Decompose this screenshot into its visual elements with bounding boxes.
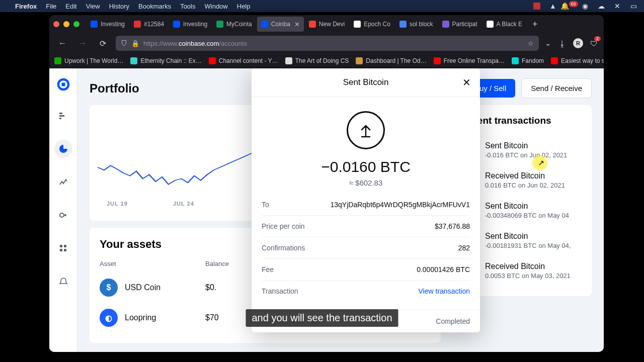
maximize-window[interactable]: [73, 21, 79, 27]
send-receive-button[interactable]: Send / Receive: [521, 78, 592, 98]
shield-icon: ⛉: [121, 40, 127, 47]
bookmark-item[interactable]: Ethernity Chain :: Ex…: [130, 57, 201, 64]
detail-row: To13qYjDaRqbt6p4WrDQR5gMBkjAcrMFUvV1: [262, 194, 470, 216]
page-title: Portfolio: [90, 81, 139, 96]
video-caption: and you will see the transaction: [246, 309, 398, 327]
detail-row: TransactionView transaction: [262, 281, 470, 302]
bookmark-item[interactable]: Easiest way to set u…: [551, 57, 604, 64]
lock-icon: 🔒: [131, 40, 139, 47]
svg-rect-9: [64, 245, 66, 247]
cc-icon[interactable]: ◉: [581, 2, 590, 10]
reload-button[interactable]: ⟳: [96, 39, 110, 48]
svg-point-7: [64, 214, 66, 216]
vlc-icon[interactable]: ▲: [548, 2, 557, 10]
cloud-icon[interactable]: ☁: [597, 2, 606, 10]
transaction-amount-usd: ≈ $602.83: [262, 178, 470, 187]
browser-window: Investing#12584InvestingMyCointaCoinba✕N…: [49, 15, 604, 352]
bookmark-item[interactable]: Dashboard | The Od…: [356, 57, 426, 64]
macos-menubar: Firefox File Edit View History Bookmarks…: [0, 0, 644, 12]
svg-rect-2: [61, 83, 65, 86]
sidebar-trade-icon[interactable]: [54, 173, 72, 191]
menu-window[interactable]: Window: [205, 3, 228, 10]
transaction-amount: −0.0160 BTC: [262, 158, 470, 175]
svg-rect-10: [60, 249, 62, 251]
svg-rect-4: [59, 115, 64, 117]
tab-strip: Investing#12584InvestingMyCointaCoinba✕N…: [49, 15, 604, 33]
asset-header: Balance: [205, 260, 229, 267]
svg-rect-3: [59, 113, 62, 114]
forward-button[interactable]: →: [75, 39, 90, 48]
detail-row: Confirmations282: [262, 237, 470, 259]
bookmark-item[interactable]: Channel content - Y…: [209, 57, 278, 64]
browser-tab[interactable]: New Devi: [305, 17, 349, 32]
asset-header: Asset: [100, 260, 205, 267]
browser-tab[interactable]: MyCointa: [212, 17, 256, 32]
notification-icon[interactable]: 🔔69: [565, 2, 574, 10]
sent-icon: [347, 111, 385, 149]
transaction-modal: Sent Bitcoin ✕ −0.0160 BTC ≈ $602.83 To1…: [252, 68, 480, 332]
browser-tab[interactable]: Participat: [438, 17, 481, 32]
svg-rect-11: [64, 249, 66, 251]
extension-icon[interactable]: 🛡: [590, 39, 598, 48]
browser-tab[interactable]: A Black E: [482, 17, 526, 32]
svg-rect-8: [60, 245, 62, 247]
minimize-window[interactable]: [63, 21, 69, 27]
menu-edit[interactable]: Edit: [65, 3, 76, 10]
bookmark-item[interactable]: Fandom: [512, 57, 544, 64]
tab-close-icon[interactable]: ✕: [294, 21, 300, 28]
window-controls: [53, 21, 79, 27]
bookmark-item[interactable]: Free Online Transpa…: [434, 57, 505, 64]
menu-view[interactable]: View: [86, 3, 100, 10]
address-bar: ← → ⟳ ⛉ 🔒 https://www.coinbase.com/accou…: [49, 33, 604, 53]
sidebar-more-icon[interactable]: [54, 239, 72, 257]
back-button[interactable]: ←: [55, 39, 69, 48]
bookmark-item[interactable]: The Art of Doing CS: [285, 57, 349, 64]
account-icon[interactable]: R: [573, 38, 583, 48]
menu-help[interactable]: Help: [237, 3, 251, 10]
download-icon[interactable]: ⭳: [558, 39, 566, 48]
battery-icon[interactable]: ▭: [629, 2, 638, 10]
detail-row: Price per coin$37,676.88: [262, 216, 470, 237]
tool-icon[interactable]: ✕: [613, 2, 622, 10]
coinbase-logo[interactable]: [56, 77, 70, 92]
browser-tab[interactable]: #12584: [130, 17, 168, 32]
new-tab-button[interactable]: +: [528, 19, 542, 30]
browser-tab[interactable]: sol block: [395, 17, 437, 32]
chart-xlabel: JUL 19: [107, 201, 128, 207]
transaction-status: Completed: [436, 317, 470, 325]
svg-rect-5: [59, 118, 61, 119]
app-name[interactable]: Firefox: [15, 3, 37, 10]
browser-tab[interactable]: Coinba✕: [257, 17, 304, 32]
browser-tab[interactable]: Investing: [87, 17, 129, 32]
bookmark-star-icon[interactable]: ☆: [528, 40, 534, 47]
detail-row: Fee0.00001426 BTC: [262, 259, 470, 281]
bookmark-item[interactable]: Upwork | The World…: [54, 57, 123, 64]
menu-history[interactable]: History: [109, 3, 129, 10]
bookmarks-bar: Upwork | The World…Ethernity Chain :: Ex…: [49, 53, 604, 68]
close-window[interactable]: [53, 21, 59, 27]
sidebar-for-you-icon[interactable]: [54, 206, 72, 224]
sidebar-notifications-icon[interactable]: [54, 273, 72, 291]
browser-tab[interactable]: Epoch Co: [350, 17, 394, 32]
browser-tab[interactable]: Investing: [169, 17, 211, 32]
menu-bookmarks[interactable]: Bookmarks: [138, 3, 171, 10]
svg-point-6: [60, 213, 64, 217]
pocket-icon[interactable]: ⌄: [545, 39, 551, 48]
chart-xlabel: JUL 24: [173, 201, 194, 207]
status-icon[interactable]: [532, 2, 541, 10]
menu-file[interactable]: File: [46, 3, 56, 10]
app-sidebar: [49, 68, 77, 352]
modal-title: Sent Bitcoin: [343, 77, 389, 87]
sidebar-portfolio-icon[interactable]: [54, 140, 72, 158]
view-transaction-link[interactable]: View transaction: [419, 287, 470, 295]
url-input[interactable]: ⛉ 🔒 https://www.coinbase.com/accounts ☆: [116, 36, 539, 51]
sidebar-home-icon[interactable]: [54, 107, 72, 125]
close-icon[interactable]: ✕: [462, 76, 471, 88]
menu-tools[interactable]: Tools: [180, 3, 195, 10]
